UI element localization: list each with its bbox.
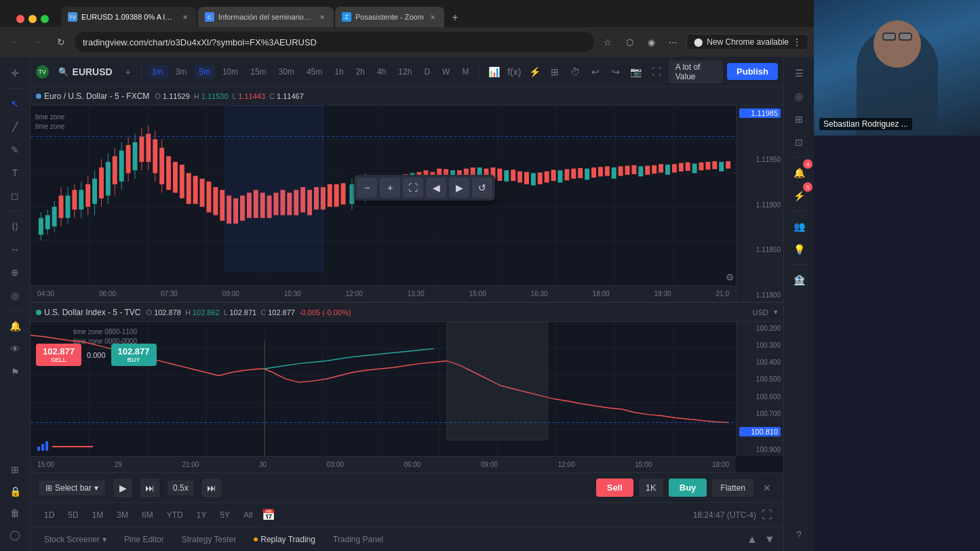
alerts-right-btn[interactable]: ⚡ 5 bbox=[788, 185, 810, 207]
tr-3m[interactable]: 3M bbox=[111, 508, 134, 522]
qty-button[interactable]: 1K bbox=[639, 478, 663, 497]
fibonacci-tool[interactable]: ⟨⟩ bbox=[4, 216, 26, 237]
forward-button[interactable]: → bbox=[28, 33, 47, 52]
template-btn[interactable]: ⊡ bbox=[788, 131, 810, 153]
tr-6m[interactable]: 6M bbox=[136, 508, 159, 522]
lower-dropdown-icon[interactable]: ▾ bbox=[774, 308, 778, 317]
tf-W[interactable]: W bbox=[437, 65, 454, 79]
tf-4h[interactable]: 4h bbox=[372, 65, 391, 79]
settings-icon[interactable]: ⋯ bbox=[663, 33, 682, 52]
eye-tool[interactable]: ◯ bbox=[4, 524, 26, 546]
lower-chart-body[interactable]: 102.877 SELL 0.000 102.877 BUY time zone… bbox=[31, 322, 783, 472]
float-minus-btn[interactable]: − bbox=[357, 178, 377, 198]
profile-icon[interactable]: ◉ bbox=[642, 33, 661, 52]
chart-settings-icon[interactable]: ⚙ bbox=[726, 272, 734, 283]
tf-30m[interactable]: 30m bbox=[274, 65, 299, 79]
line-tool[interactable]: ╱ bbox=[4, 116, 26, 138]
refresh-button[interactable]: ↻ bbox=[52, 33, 71, 52]
traffic-light-fullscreen[interactable] bbox=[41, 15, 49, 23]
speed-button[interactable]: 0.5x bbox=[168, 481, 194, 495]
address-input[interactable] bbox=[75, 32, 594, 52]
upper-chart-body[interactable]: time zone time zone bbox=[31, 106, 783, 302]
tr-5d[interactable]: 5D bbox=[62, 508, 83, 522]
float-prev-btn[interactable]: ◀ bbox=[426, 178, 446, 198]
date-range-icon[interactable]: 📅 bbox=[260, 507, 277, 523]
cursor-tool[interactable]: ↖ bbox=[4, 93, 26, 115]
drawing-settings-btn[interactable]: ⊞ bbox=[788, 108, 810, 130]
tab-close-1[interactable]: ✕ bbox=[180, 12, 190, 22]
replay-icon[interactable]: ⏱ bbox=[566, 62, 584, 81]
strategy-icon[interactable]: ⚡ bbox=[526, 62, 543, 81]
float-next-btn[interactable]: ▶ bbox=[449, 178, 469, 198]
zoom-tool[interactable]: ⊕ bbox=[4, 262, 26, 283]
tr-1m[interactable]: 1M bbox=[87, 508, 109, 522]
community-btn[interactable]: 👥 bbox=[788, 216, 810, 237]
news-btn[interactable]: 🔔 4 bbox=[788, 162, 810, 184]
tr-ytd[interactable]: YTD bbox=[161, 508, 189, 522]
float-fullscreen-btn[interactable]: ⛶ bbox=[403, 178, 423, 198]
extensions-icon[interactable]: ⬡ bbox=[620, 33, 639, 52]
trade-tool[interactable]: ⚑ bbox=[4, 361, 26, 383]
tf-3m[interactable]: 3m bbox=[171, 65, 192, 79]
float-reset-btn[interactable]: ↺ bbox=[472, 178, 492, 198]
pencil-tool[interactable]: ✎ bbox=[4, 139, 26, 161]
step-button[interactable]: ⏭ bbox=[140, 478, 159, 497]
indicators-icon[interactable]: f(x) bbox=[505, 62, 523, 81]
tf-10m[interactable]: 10m bbox=[218, 65, 243, 79]
sell-display-button[interactable]: 102.877 SELL bbox=[36, 344, 81, 366]
publish-button[interactable]: Publish bbox=[727, 63, 778, 80]
tr-1y[interactable]: 1Y bbox=[191, 508, 212, 522]
tf-1h[interactable]: 1h bbox=[330, 65, 348, 79]
new-chrome-banner[interactable]: ⬤ New Chrome available ⋮ bbox=[686, 34, 808, 50]
tr-5y[interactable]: 5Y bbox=[214, 508, 235, 522]
chart-type-icon[interactable]: 📊 bbox=[485, 62, 503, 81]
flatten-button[interactable]: Flatten bbox=[712, 479, 753, 497]
tab-strategy-tester[interactable]: Strategy Tester bbox=[174, 532, 244, 547]
help-btn[interactable]: ? bbox=[788, 524, 810, 546]
buy-action-button[interactable]: Buy bbox=[669, 478, 707, 497]
tf-45m[interactable]: 45m bbox=[302, 65, 327, 79]
tr-1d[interactable]: 1D bbox=[39, 508, 60, 522]
end-button[interactable]: ⏭ bbox=[202, 478, 221, 497]
tf-12h[interactable]: 12h bbox=[393, 65, 416, 79]
trash-tool[interactable]: 🗑 bbox=[4, 502, 26, 524]
tf-2h[interactable]: 2h bbox=[351, 65, 370, 79]
tab-close-2[interactable]: ✕ bbox=[317, 12, 327, 22]
tf-15m[interactable]: 15m bbox=[246, 65, 271, 79]
tf-D[interactable]: D bbox=[419, 65, 435, 79]
play-button[interactable]: ▶ bbox=[113, 478, 132, 497]
layout-icon[interactable]: ⊞ bbox=[546, 62, 564, 81]
tf-5m[interactable]: 5m bbox=[194, 65, 215, 79]
watch-tool[interactable]: 👁 bbox=[4, 338, 26, 360]
shape-tool[interactable]: ◻ bbox=[4, 185, 26, 207]
tab-stock-screener[interactable]: Stock Screener ▾ bbox=[36, 532, 115, 547]
redo-icon[interactable]: ↪ bbox=[607, 62, 625, 81]
chart-settings-btn[interactable]: ◎ bbox=[788, 85, 810, 107]
tf-M[interactable]: M bbox=[457, 65, 473, 79]
browser-tab-1[interactable]: TV EURUSD 1.09388 0% A lot o... ✕ bbox=[61, 7, 197, 27]
undo-icon[interactable]: ↩ bbox=[587, 62, 604, 81]
back-button[interactable]: ← bbox=[5, 33, 24, 52]
float-plus-btn[interactable]: + bbox=[380, 178, 400, 198]
measure-tool[interactable]: ↔ bbox=[4, 239, 26, 260]
symbol-selector[interactable]: 🔍 EURUSD bbox=[53, 64, 118, 80]
buy-display-button[interactable]: 102.877 BUY bbox=[111, 344, 157, 366]
text-tool[interactable]: T bbox=[4, 162, 26, 184]
sell-action-button[interactable]: Sell bbox=[596, 478, 633, 497]
watchlist-btn[interactable]: ☰ bbox=[788, 62, 810, 84]
account-button[interactable]: A lot of Value bbox=[669, 60, 723, 83]
tab-trading-panel[interactable]: Trading Panel bbox=[325, 532, 391, 547]
new-tab-button[interactable]: + bbox=[446, 8, 465, 27]
alerts-tool[interactable]: 🔔 bbox=[4, 315, 26, 337]
browser-tab-2[interactable]: C Información del seminario w... ✕ bbox=[198, 7, 334, 27]
marker-tool[interactable]: ◎ bbox=[4, 285, 26, 306]
star-icon[interactable]: ☆ bbox=[598, 33, 617, 52]
tab-replay-trading[interactable]: Replay Trading bbox=[246, 532, 324, 547]
collapse-button-2[interactable]: ▼ bbox=[762, 531, 778, 548]
ideas-btn[interactable]: 💡 bbox=[788, 239, 810, 260]
add-indicator-button[interactable]: + bbox=[121, 64, 136, 80]
browser-tab-3[interactable]: Z Posasistente - Zoom ✕ bbox=[335, 7, 444, 27]
crosshair-tool[interactable]: ✛ bbox=[4, 62, 26, 84]
tab-pine-editor[interactable]: Pine Editor bbox=[116, 532, 172, 547]
tr-all[interactable]: All bbox=[238, 508, 258, 522]
